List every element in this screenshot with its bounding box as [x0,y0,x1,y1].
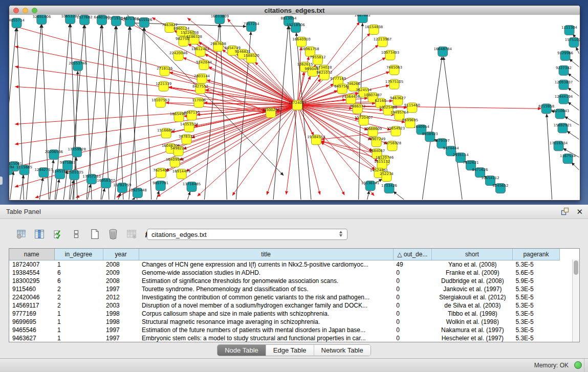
graph-node-label: 62160 [375,99,386,103]
delete-column-icon[interactable] [107,228,119,240]
node-table-container: namein_degreeyeartitle△ out_de...shortpa… [9,248,580,342]
select-columns-icon[interactable] [52,228,63,240]
table-panel-title: Table Panel [6,208,41,215]
float-panel-icon[interactable] [561,207,569,215]
table-selector-dropdown[interactable]: citations_edges.txt [147,229,347,240]
graph-node-label: 10654112 [481,176,499,180]
table-cell: 0 [393,285,431,293]
graph-node-label: 21364436 [342,95,360,99]
tab-network-table[interactable]: Network Table [314,345,371,356]
table-row[interactable]: 969969511998Structural magnetic resonanc… [9,318,560,326]
graph-node-label: 10107553 [151,98,169,102]
graph-node-label: 15720407 [355,116,373,120]
graph-node-label: 1115685 [16,165,32,169]
table-cell: 5.5E-5 [512,293,559,301]
node-layer: 4055714326914061065328715276026460160107… [9,15,580,198]
graph-node-label: 7632621 [463,161,479,165]
table-cell: Tourette syndrome. Phenomenology and cla… [139,285,393,293]
memory-status-indicator[interactable] [574,361,582,369]
column-header-title[interactable]: title [139,249,393,260]
graph-edge [157,191,159,200]
graph-node-label: 9684067 [369,149,385,153]
graph-node-label: 2935114 [453,153,469,157]
window-title: citations_edges.txt [9,7,580,14]
table-cell: Structural magnetic resonance image aver… [139,318,393,326]
table-row[interactable]: 946362711997Embryonic stem cells: a mode… [9,334,560,342]
tab-edge-table[interactable]: Edge Table [266,345,314,356]
graph-node-label: 2718126 [157,67,172,71]
graph-node-label: 1588520 [244,54,259,58]
left-panel-grip[interactable] [0,177,3,185]
network-canvas-container[interactable]: 4055714326914061065328715276026460160107… [9,15,580,200]
graph-node-label: 9227342 [556,66,572,70]
graph-edge [102,188,105,200]
graph-edge [222,50,297,105]
table-header-row: namein_degreeyeartitle△ out_de...shortpa… [9,249,560,260]
table-row[interactable]: 1872400712008Changes of HCN gene express… [9,260,560,269]
new-column-icon[interactable] [89,228,100,240]
graph-edge [85,25,92,200]
table-scrollbar[interactable] [572,259,579,342]
graph-node-label: 9129966 [557,51,573,55]
graph-node-label: 5498222 [170,146,186,150]
cell-view-icon[interactable] [71,228,82,240]
table-cell: 1 [54,260,103,269]
graph-node-label: 8427552 [192,84,208,89]
tab-node-table[interactable]: Node Table [217,345,266,356]
graph-node-label: 16958107 [97,179,115,183]
table-cell: 18724007 [9,260,54,269]
table-cell: 5.3E-5 [512,285,559,293]
column-header-name[interactable]: name [9,249,54,260]
column-header-short[interactable]: short [431,249,512,260]
close-panel-icon[interactable]: ✕ [576,208,583,215]
table-tabs: Node TableEdge TableNetwork Table [0,344,588,356]
column-header-out_de[interactable]: △ out_de... [393,249,431,260]
graph-node-label: 9975887 [60,161,76,165]
graph-node-label: 7485063 [386,65,402,70]
graph-node-label: 9245652 [492,184,508,188]
table-row[interactable]: 1938455462009Genome-wide association stu… [9,269,560,277]
graph-edge [144,28,151,200]
table-cell: Embryonic stem cells: a model to study s… [139,334,393,342]
import-table-icon [126,228,137,240]
table-cell: 0 [393,310,431,318]
graph-node-label: 15218506 [287,23,304,27]
network-window-titlebar[interactable]: citations_edges.txt [9,6,580,15]
table-cell: 0 [393,318,431,326]
graph-node-label: 12505135 [65,170,83,174]
graph-edge [572,162,579,170]
table-cell: Corpus callosum shape and size in male p… [139,310,393,318]
graph-node-label: 17957253 [82,174,100,179]
graph-node-label: 1362615 [297,62,313,67]
column-header-year[interactable]: year [103,249,139,260]
graph-node-label: 252234 [380,172,394,176]
graph-node-label: 746266 [346,82,360,86]
column-header-in_degree[interactable]: in_degree [54,249,103,260]
graph-node-label: 16914479 [172,169,190,173]
table-cell: Franke et al. (2009) [431,269,512,277]
table-cell: 2008 [103,277,139,285]
table-mode-icon[interactable] [15,228,27,240]
column-header-pagerank[interactable]: pagerank [512,249,559,260]
graph-node-label: 16782759 [113,183,131,187]
graph-node-label: 12923448 [128,188,146,192]
table-scrollbar-thumb[interactable] [574,260,578,275]
table-row[interactable]: 911546021997Tourette syndrome. Phenomeno… [9,285,560,293]
table-row[interactable]: 2242004622012Investigating the contribut… [9,293,560,301]
table-row[interactable]: 1830029562008Estimation of significance … [9,277,560,285]
graph-node-label: 1167534 [560,154,576,158]
table-row[interactable]: 977716911998Corpus callosum shape and si… [9,310,560,318]
network-desktop: citations_edges.txt 40557143269140610653… [0,0,588,205]
graph-node-label: 1111304 [561,26,578,30]
table-row[interactable]: 1456911722003Disruption of a novel membe… [9,301,560,310]
graph-node-label: 12093837 [555,80,573,84]
graph-node-label: 17975105 [385,80,403,84]
table-cell: 49 [393,260,431,269]
graph-node-label: 10973493 [381,51,399,55]
table-row[interactable]: 946554611997Estimation of the future num… [9,326,560,334]
show-columns-icon[interactable] [34,228,45,240]
graph-node-label: 20206536 [45,150,63,154]
table-cell: 1 [54,310,103,318]
graph-node-label: 2987608 [210,42,226,46]
graph-node-label: 8960124 [173,27,190,31]
